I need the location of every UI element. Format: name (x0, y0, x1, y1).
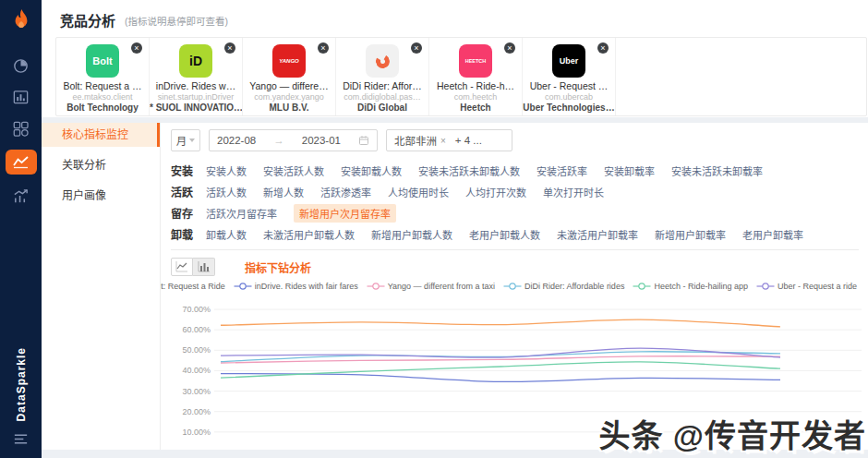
chart-header: 指标下钻分析 (171, 258, 868, 276)
metric-chip[interactable]: 人均使用时长 (388, 185, 449, 199)
metric-chip[interactable]: 卸载人数 (206, 227, 247, 242)
watermark: 头条 @传音开发者 (598, 411, 866, 456)
app-card[interactable]: ×DiDi Rider: Affor…com.didiglobal.pas…Di… (336, 38, 429, 115)
app-icon-label: HEETCH (465, 58, 487, 64)
metric-chip[interactable]: 新增用户卸载率 (655, 227, 726, 242)
flame-logo-icon[interactable] (0, 0, 42, 41)
svg-text:10.00%: 10.00% (182, 428, 211, 437)
legend-marker-icon (503, 282, 522, 291)
metric-chip[interactable]: 活跃渗透率 (320, 185, 371, 199)
metric-chip[interactable]: 未激活用户卸载率 (557, 227, 638, 242)
app-card[interactable]: Uber×Uber - Request …com.ubercabUber Tec… (523, 38, 616, 115)
brand-vertical-text: DataSparkle (15, 347, 28, 421)
metric-chip[interactable]: 单次打开时长 (543, 185, 604, 199)
metric-row: 安装安装人数安装活跃人数安装卸载人数安装未活跃未卸载人数安装活跃率安装卸载率安装… (171, 163, 868, 178)
app-icon-label: Uber (560, 56, 579, 66)
metric-group-label: 卸载 (171, 226, 206, 242)
metric-row: 活跃活跃人数新增人数活跃渗透率人均使用时长人均打开次数单次打开时长 (171, 184, 868, 199)
region-select[interactable]: 北部非洲 × + 4 ... (386, 129, 512, 151)
svg-text:50.00%: 50.00% (182, 345, 211, 355)
secondary-menu: 核心指标监控关联分析用户画像 (42, 123, 161, 450)
didi-app-icon (366, 44, 399, 78)
legend-item[interactable]: Heetch - Ride-hailing app (633, 282, 748, 291)
chart-legend: Bolt: Request a RideinDrive. Rides with … (171, 282, 857, 291)
app-package: sinet.startup.inDriver (150, 92, 242, 102)
bar-chart-icon[interactable] (11, 87, 31, 107)
app-card[interactable]: iD×inDrive. Rides w…sinet.startup.inDriv… (150, 38, 243, 115)
app-card[interactable]: YANGO×Yango — differe…com.yandex.yangoML… (243, 38, 336, 115)
legend-item[interactable]: Yango — different from a taxi (367, 282, 495, 291)
close-icon[interactable]: × (224, 42, 235, 54)
metric-chip[interactable]: 安装未活跃未卸载人数 (418, 163, 520, 178)
legend-item[interactable]: Uber - Request a ride (756, 282, 857, 291)
legend-label: Yango — different from a taxi (388, 282, 495, 291)
close-icon[interactable]: × (411, 42, 422, 54)
metric-chip[interactable]: 活跃次月留存率 (206, 206, 277, 221)
app-icon-label: iD (189, 54, 202, 68)
metric-chip[interactable]: 安装人数 (206, 163, 247, 178)
remove-region-icon[interactable]: × (440, 136, 446, 146)
legend-label: DiDi Rider: Affordable rides (524, 282, 624, 291)
range-arrow: → (273, 135, 284, 146)
svg-text:60.00%: 60.00% (182, 325, 211, 334)
metric-row: 留存活跃次月留存率新增用户次月留存率 (171, 205, 868, 221)
didi-arc-glyph (374, 53, 391, 69)
close-icon[interactable]: × (131, 42, 142, 54)
legend-item[interactable]: Bolt: Request a Ride (161, 282, 225, 291)
metric-chip[interactable]: 未激活用户卸载人数 (263, 227, 355, 242)
close-icon[interactable]: × (504, 42, 515, 54)
metric-chip[interactable]: 安装活跃率 (536, 163, 587, 178)
metric-chips: 安装人数安装活跃人数安装卸载人数安装未活跃未卸载人数安装活跃率安装卸载率安装未活… (206, 163, 763, 178)
app-package: com.heetch (429, 92, 522, 102)
close-icon[interactable]: × (597, 42, 609, 54)
metric-chip[interactable]: 安装未活跃未卸载率 (671, 163, 763, 178)
list-icon[interactable] (10, 428, 30, 449)
line-view-button[interactable] (171, 258, 193, 276)
indrive-app-icon: iD (179, 44, 212, 78)
app-publisher: Bolt Technology (56, 102, 149, 113)
legend-item[interactable]: inDrive. Rides with fair fares (234, 282, 358, 291)
menu-item[interactable]: 核心指标监控 (42, 123, 160, 147)
app-card[interactable]: HEETCH×Heetch - Ride-h…com.heetchHeetch (429, 38, 523, 115)
date-range-input[interactable]: 2022-08 → 2023-01 (209, 129, 378, 151)
granularity-select[interactable]: 月 (171, 129, 200, 151)
bar-view-button[interactable] (193, 258, 215, 276)
menu-item[interactable]: 关联分析 (42, 153, 160, 177)
metric-chip[interactable]: 人均打开次数 (465, 185, 526, 199)
chart-series-line (221, 362, 780, 378)
app-package: com.yandex.yango (243, 92, 335, 102)
metric-chip[interactable]: 老用户卸载人数 (469, 227, 540, 242)
app-name: Heetch - Ride-h… (429, 80, 522, 91)
grid-icon[interactable] (11, 118, 31, 139)
yango-app-icon: YANGO (272, 44, 306, 78)
metric-group-label: 安装 (171, 163, 206, 178)
metric-group-label: 留存 (171, 205, 206, 221)
svg-text:40.00%: 40.00% (182, 366, 211, 375)
chevron-down-icon (189, 139, 195, 142)
app-icon-label: Bolt (92, 55, 112, 66)
legend-label: Uber - Request a ride (778, 282, 857, 291)
metric-chip[interactable]: 新增用户卸载人数 (371, 227, 452, 242)
trend-icon[interactable] (11, 186, 31, 206)
metric-chip[interactable]: 新增用户次月留存率 (294, 204, 396, 223)
clock-icon[interactable] (11, 55, 31, 76)
metric-chip[interactable]: 安装活跃人数 (263, 163, 324, 178)
region-more: + 4 ... (455, 135, 482, 146)
metric-chips: 活跃次月留存率新增用户次月留存率 (206, 206, 396, 221)
metric-chip[interactable]: 新增人数 (263, 185, 304, 199)
close-icon[interactable]: × (318, 42, 329, 54)
metric-chip[interactable]: 安装卸载人数 (341, 163, 402, 178)
legend-marker-icon (234, 282, 252, 291)
uber-app-icon: Uber (552, 44, 585, 78)
app-card[interactable]: Bolt×Bolt: Request a …ee.mtakso.clientBo… (56, 38, 150, 115)
legend-label: Bolt: Request a Ride (161, 282, 225, 291)
date-start-value: 2022-08 (217, 135, 256, 146)
metric-chip[interactable]: 老用户卸载率 (742, 227, 803, 242)
app-package: com.ubercab (523, 92, 615, 102)
line-chart-icon[interactable] (6, 150, 37, 175)
icon-rail: DataSparkle (0, 0, 42, 458)
metric-chip[interactable]: 活跃人数 (206, 185, 247, 199)
menu-item[interactable]: 用户画像 (42, 184, 160, 208)
metric-chip[interactable]: 安装卸载率 (604, 163, 655, 178)
legend-item[interactable]: DiDi Rider: Affordable rides (503, 282, 624, 291)
